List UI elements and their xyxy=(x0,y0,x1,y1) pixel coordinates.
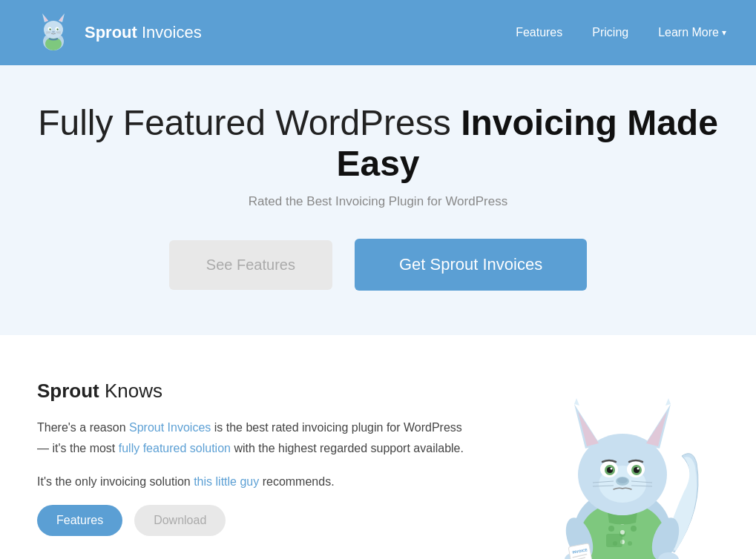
svg-point-11 xyxy=(50,29,50,30)
header: Sprout Invoices Features Pricing Learn M… xyxy=(0,0,756,65)
sprout-character: INVOICE xyxy=(511,345,734,559)
content-section: Sprout Knows There's a reason Sprout Inv… xyxy=(0,335,756,559)
svg-point-24 xyxy=(628,541,632,546)
svg-point-53 xyxy=(611,468,613,470)
svg-marker-45 xyxy=(665,398,671,406)
sprout-illustration: INVOICE xyxy=(526,345,719,559)
nav-features[interactable]: Features xyxy=(516,26,562,39)
svg-point-13 xyxy=(52,31,55,33)
main-nav: Features Pricing Learn More ▾ xyxy=(516,26,726,39)
logo-area: Sprout Invoices xyxy=(30,9,516,56)
svg-point-2 xyxy=(44,21,63,39)
svg-point-20 xyxy=(608,526,614,532)
content-paragraph1: There's a reason Sprout Invoices is the … xyxy=(37,417,467,457)
svg-point-12 xyxy=(57,29,58,30)
content-paragraph2: It's the only invoicing solution this li… xyxy=(37,472,467,492)
hero-subtitle: Rated the Best Invoicing Plugin for Word… xyxy=(30,194,726,209)
content-heading: Sprout Knows xyxy=(37,380,467,403)
fully-featured-link[interactable]: fully featured solution xyxy=(119,442,231,454)
features-button[interactable]: Features xyxy=(37,505,122,536)
get-sprout-button[interactable]: Get Sprout Invoices xyxy=(355,239,587,291)
svg-point-56 xyxy=(617,477,628,483)
sprout-invoices-link[interactable]: Sprout Invoices xyxy=(129,421,211,434)
svg-rect-28 xyxy=(606,534,622,547)
content-text: Sprout Knows There's a reason Sprout Inv… xyxy=(37,372,467,536)
hero-buttons: See Features Get Sprout Invoices xyxy=(30,239,726,291)
learn-more-arrow-icon: ▾ xyxy=(722,27,726,38)
svg-marker-44 xyxy=(574,398,579,406)
nav-learn-more[interactable]: Learn More ▾ xyxy=(658,26,726,39)
this-little-guy-link[interactable]: this little guy xyxy=(194,475,259,488)
content-buttons: Features Download xyxy=(37,505,467,536)
svg-point-26 xyxy=(620,530,625,535)
logo-text: Sprout Invoices xyxy=(85,23,202,42)
logo-icon xyxy=(30,9,77,56)
svg-point-22 xyxy=(631,526,637,532)
hero-headline: Fully Featured WordPress Invoicing Made … xyxy=(30,102,726,184)
see-features-button[interactable]: See Features xyxy=(169,240,332,290)
hero-section: Fully Featured WordPress Invoicing Made … xyxy=(0,65,756,335)
download-button[interactable]: Download xyxy=(134,505,226,536)
svg-point-54 xyxy=(637,468,640,470)
nav-pricing[interactable]: Pricing xyxy=(592,26,628,39)
